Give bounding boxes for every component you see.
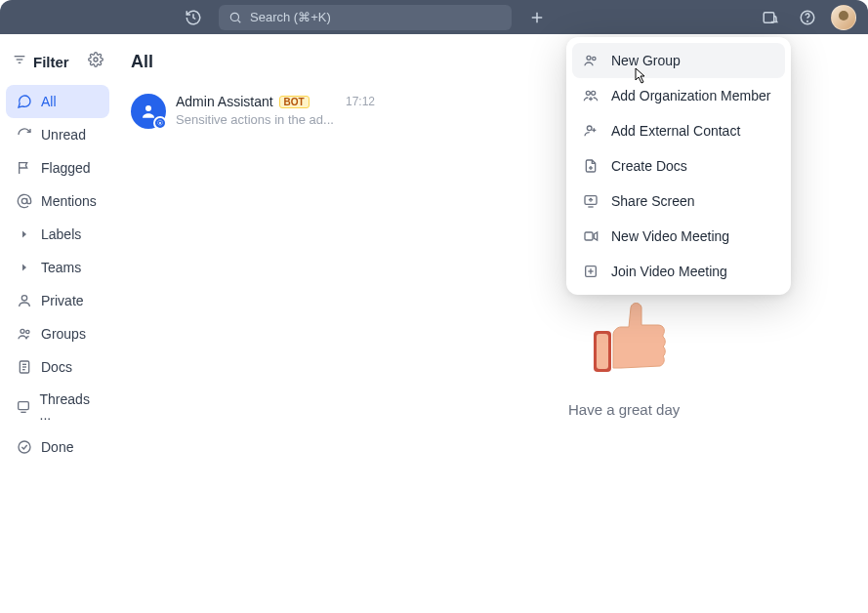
chat-icon [16, 93, 33, 110]
sidebar-item-label: Threads ... [40, 391, 100, 423]
chat-list-pane: All Admin Assistant BOT 17:12 Sensitive … [115, 34, 391, 613]
add-contact-icon [582, 122, 599, 140]
filter-icon [12, 52, 27, 71]
sidebar-item-label: All [41, 94, 57, 109]
sidebar-item-label: Done [41, 439, 73, 455]
menu-item-new-group[interactable]: New Group [572, 43, 785, 78]
sidebar-item-label: Docs [41, 359, 72, 375]
sidebar-item-docs[interactable]: Docs [6, 350, 109, 384]
svg-rect-41 [585, 232, 593, 240]
sidebar-item-label: Labels [41, 226, 81, 242]
menu-item-label: New Group [611, 53, 681, 68]
svg-point-30 [586, 91, 590, 95]
sidebar: Filter All Unread Flagged Mentions Label… [0, 34, 115, 613]
menu-item-label: Share Screen [611, 193, 695, 209]
svg-marker-13 [22, 265, 26, 271]
filter-header: Filter [6, 46, 109, 85]
sidebar-item-label: Unread [41, 127, 86, 143]
thumbs-up-illustration [586, 298, 674, 376]
user-avatar[interactable] [831, 5, 856, 30]
menu-item-label: Create Docs [611, 158, 687, 174]
topbar-left-region [12, 4, 207, 31]
chat-time: 17:12 [346, 95, 375, 108]
chat-avatar [131, 94, 166, 129]
filter-settings-icon[interactable] [88, 52, 103, 71]
sidebar-item-label: Groups [41, 326, 86, 342]
menu-item-create-docs[interactable]: Create Docs [572, 148, 785, 184]
sidebar-item-done[interactable]: Done [6, 430, 109, 464]
menu-item-add-org-member[interactable]: Add Organization Member [572, 78, 785, 113]
thread-icon [16, 398, 32, 416]
join-meeting-icon [582, 263, 599, 280]
greeting-text: Have a great day [568, 401, 868, 418]
sidebar-item-label: Teams [41, 260, 81, 275]
history-icon[interactable] [180, 4, 207, 31]
list-title: All [125, 48, 381, 88]
svg-point-31 [592, 91, 596, 95]
search-placeholder: Search (⌘+K) [250, 10, 331, 24]
menu-item-add-external-contact[interactable]: Add External Contact [572, 113, 785, 148]
chat-info: Admin Assistant BOT 17:12 Sensitive acti… [176, 94, 375, 129]
chevron-right-icon [16, 259, 33, 276]
menu-item-join-video-meeting[interactable]: Join Video Meeting [572, 254, 785, 289]
help-icon[interactable] [794, 4, 821, 31]
menu-item-label: Join Video Meeting [611, 264, 727, 279]
menu-item-label: New Video Meeting [611, 228, 729, 244]
sidebar-item-groups[interactable]: Groups [6, 317, 109, 350]
sidebar-item-unread[interactable]: Unread [6, 118, 109, 151]
menu-item-label: Add External Contact [611, 123, 740, 139]
refresh-icon [16, 126, 33, 143]
sidebar-item-flagged[interactable]: Flagged [6, 151, 109, 184]
sidebar-item-mentions[interactable]: Mentions [6, 184, 109, 218]
svg-rect-21 [19, 402, 29, 410]
sidebar-item-label: Flagged [41, 160, 91, 176]
menu-item-share-screen[interactable]: Share Screen [572, 184, 785, 219]
svg-point-29 [593, 57, 596, 60]
search-icon [228, 11, 242, 24]
chat-row[interactable]: Admin Assistant BOT 17:12 Sensitive acti… [125, 88, 381, 135]
menu-item-new-video-meeting[interactable]: New Video Meeting [572, 219, 785, 254]
add-button[interactable] [523, 4, 551, 31]
svg-marker-42 [594, 232, 597, 240]
svg-point-25 [159, 122, 161, 124]
share-screen-icon [582, 192, 599, 210]
svg-point-15 [21, 329, 24, 333]
add-menu-dropdown: New Group Add Organization Member Add Ex… [566, 37, 791, 295]
bot-badge: BOT [279, 96, 310, 108]
svg-point-14 [21, 296, 26, 301]
svg-point-24 [145, 105, 151, 111]
search-input[interactable]: Search (⌘+K) [219, 5, 512, 30]
svg-rect-4 [764, 12, 774, 22]
sidebar-item-all[interactable]: All [6, 85, 109, 118]
flag-icon [16, 159, 33, 177]
sidebar-item-label: Mentions [41, 193, 97, 209]
sidebar-item-teams[interactable]: Teams [6, 251, 109, 284]
svg-point-34 [587, 126, 592, 131]
bot-gear-badge-icon [153, 116, 167, 130]
group-icon [582, 52, 599, 69]
menu-item-label: Add Organization Member [611, 88, 770, 103]
sidebar-item-threads[interactable]: Threads ... [6, 384, 109, 430]
doc-icon [16, 358, 33, 376]
svg-marker-12 [22, 231, 26, 238]
svg-point-16 [26, 330, 29, 333]
top-bar: Search (⌘+K) [0, 0, 868, 34]
create-doc-icon [582, 157, 599, 175]
sidebar-item-private[interactable]: Private [6, 284, 109, 317]
people-icon [16, 325, 33, 343]
video-icon [582, 227, 599, 245]
chat-name: Admin Assistant [176, 94, 273, 109]
sidebar-item-labels[interactable]: Labels [6, 218, 109, 251]
notification-settings-icon[interactable] [757, 4, 784, 31]
sidebar-item-label: Private [41, 293, 84, 308]
svg-point-10 [94, 58, 98, 61]
svg-line-1 [238, 20, 241, 22]
chevron-right-icon [16, 225, 33, 243]
svg-rect-27 [597, 334, 608, 369]
svg-point-23 [19, 441, 30, 453]
svg-point-11 [21, 198, 26, 203]
chat-preview: Sensitive actions in the ad... [176, 112, 375, 127]
org-member-icon [582, 87, 599, 104]
svg-point-0 [230, 13, 238, 20]
at-icon [16, 192, 33, 210]
